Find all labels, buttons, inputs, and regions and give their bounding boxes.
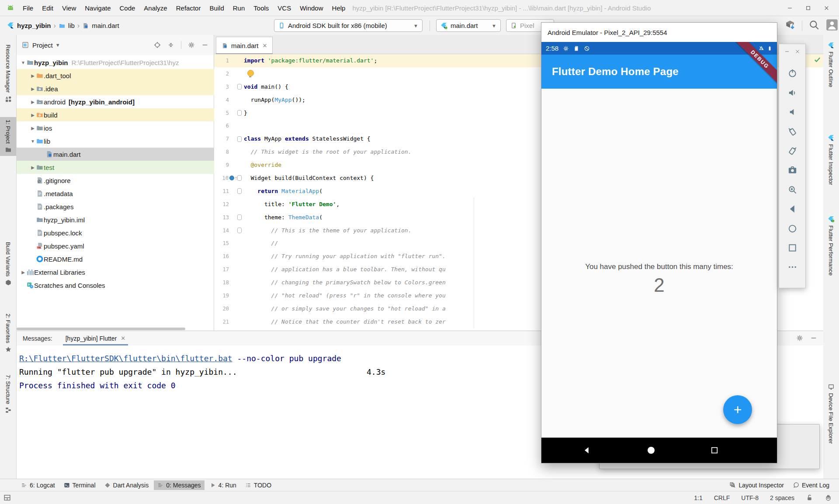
stripe-device-file-explorer[interactable]: Device File Explorer xyxy=(823,381,839,446)
breadcrumb-file[interactable]: main.dart xyxy=(92,22,119,29)
console-link[interactable]: R:\Flutter\FlutterSDK\flutter\bin\flutte… xyxy=(19,354,232,363)
close-tab-icon[interactable]: ✕ xyxy=(121,335,125,342)
gutter[interactable]: 1 xyxy=(214,54,244,67)
breadcrumb-dir[interactable]: lib xyxy=(68,22,75,29)
menu-help[interactable]: Help xyxy=(328,3,350,14)
gutter[interactable]: 17 xyxy=(214,263,244,276)
more-icon[interactable] xyxy=(787,262,797,272)
chevron-right-icon[interactable]: ▶ xyxy=(20,270,26,275)
run-config-dropdown[interactable]: main.dart ▼ xyxy=(436,19,501,32)
volume-up-icon[interactable] xyxy=(787,88,797,98)
stripe-resource-manager[interactable]: Resource Manager xyxy=(0,42,16,105)
minimize-icon[interactable] xyxy=(201,41,208,48)
status-item-2-spaces[interactable]: 2 spaces xyxy=(770,494,794,501)
menu-window[interactable]: Window xyxy=(295,3,327,14)
gutter[interactable]: 11 xyxy=(214,185,244,198)
fold-marker[interactable] xyxy=(237,175,242,181)
stripe-7-structure[interactable]: 7: Structure xyxy=(0,372,16,416)
camera-icon[interactable] xyxy=(787,165,797,175)
gutter[interactable]: 20 xyxy=(214,302,244,315)
stripe-2-favorites[interactable]: 2: Favorites xyxy=(0,311,16,356)
toolwindow-button-terminal[interactable]: Terminal xyxy=(60,480,99,490)
menu-file[interactable]: File xyxy=(18,3,38,14)
chevron-right-icon[interactable]: ▶ xyxy=(30,126,36,131)
tree-item-pubspec-lock[interactable]: pubspec.lock xyxy=(17,226,214,239)
menu-tools[interactable]: Tools xyxy=(249,3,273,14)
tree-item-external-libraries[interactable]: ▶External Libraries xyxy=(17,266,214,279)
chevron-right-icon[interactable]: ▶ xyxy=(30,100,36,104)
messages-flutter-tab[interactable]: [hyzp_yibin] Flutter ✕ xyxy=(63,331,128,345)
home-icon[interactable] xyxy=(787,224,797,234)
gutter[interactable]: 2 xyxy=(214,67,244,80)
sdk-download-button[interactable] xyxy=(784,19,796,32)
emulator-title-bar[interactable]: Android Emulator - Pixel_2_API_29:5554 xyxy=(541,23,777,42)
menu-vcs[interactable]: VCS xyxy=(273,3,295,14)
emulator-screen[interactable]: 2:58 Flutter Demo Home Page DEBUG You ha… xyxy=(541,42,777,463)
toolwindow-button-todo[interactable]: TODO xyxy=(242,480,275,490)
chevron-right-icon[interactable]: ▶ xyxy=(30,113,36,117)
rotate-right-icon[interactable] xyxy=(787,146,797,156)
chevron-down-icon[interactable]: ▼ xyxy=(20,60,26,65)
tree-item-lib[interactable]: ▼lib xyxy=(17,135,214,148)
toolwindow-button-layout-inspector[interactable]: Layout Inspector xyxy=(726,480,787,490)
tree-item--metadata[interactable]: .metadata xyxy=(17,187,214,200)
gutter[interactable]: 9 xyxy=(214,159,244,172)
minimize-icon[interactable] xyxy=(810,335,817,342)
tree-item-readme-md[interactable]: README.md xyxy=(17,252,214,266)
back-icon[interactable] xyxy=(787,204,797,214)
chevron-down-icon[interactable]: ▼ xyxy=(55,42,60,48)
toolwindow-button-0-messages[interactable]: 0: Messages xyxy=(154,480,204,490)
menu-view[interactable]: View xyxy=(58,3,80,14)
power-icon[interactable] xyxy=(787,68,797,78)
gutter[interactable]: 12 xyxy=(214,198,244,211)
gutter[interactable]: 4 xyxy=(214,93,244,107)
breadcrumb-project[interactable]: hyzp_yibin xyxy=(17,22,51,29)
fold-marker[interactable] xyxy=(237,136,242,142)
collapse-icon[interactable] xyxy=(167,41,174,48)
status-item-1-1[interactable]: 1:1 xyxy=(694,494,702,501)
menu-code[interactable]: Code xyxy=(115,3,139,14)
zoom-in-icon[interactable] xyxy=(787,185,797,195)
gutter[interactable]: 3 xyxy=(214,80,244,93)
fold-marker[interactable] xyxy=(237,228,242,233)
stripe-flutter-inspector[interactable]: Flutter Inspector xyxy=(823,132,839,188)
chevron-right-icon[interactable]: ▶ xyxy=(30,165,36,170)
tree-item-android[interactable]: ▶android[hyzp_yibin_android] xyxy=(17,95,214,108)
toolwindow-button-6-logcat[interactable]: 6: Logcat xyxy=(17,480,59,490)
tree-item--idea[interactable]: ▶.idea xyxy=(17,82,214,95)
fold-marker[interactable] xyxy=(237,84,242,90)
avatar-button[interactable] xyxy=(826,19,838,33)
toolwindow-button-4-run[interactable]: 4: Run xyxy=(206,480,240,490)
stripe-flutter-performance[interactable]: Flutter Performance xyxy=(823,213,839,278)
search-button[interactable] xyxy=(808,19,820,32)
editor-tab-main-dart[interactable]: main.dart ✕ xyxy=(216,37,273,54)
tree-item-build[interactable]: ▶build xyxy=(17,108,214,121)
override-marker-icon[interactable]: ↑ xyxy=(229,176,237,181)
device-selector-dropdown[interactable]: Android SDK built for x86 (mobile) ▼ xyxy=(274,19,423,32)
back-nav-icon[interactable] xyxy=(582,446,591,455)
rotate-left-icon[interactable] xyxy=(787,127,797,137)
minimize-icon[interactable] xyxy=(784,49,790,54)
menu-run[interactable]: Run xyxy=(229,3,250,14)
tree-item-pubspec-yaml[interactable]: YMLpubspec.yaml xyxy=(17,239,214,252)
fold-marker[interactable] xyxy=(237,188,242,194)
chevron-right-icon[interactable]: ▶ xyxy=(30,73,36,78)
fold-marker[interactable] xyxy=(237,214,242,220)
minimize-window-button[interactable] xyxy=(784,3,795,13)
stripe-flutter-outline[interactable]: Flutter Outline xyxy=(823,39,839,90)
tree-item-ios[interactable]: ▶ios xyxy=(17,121,214,135)
gear-icon[interactable] xyxy=(188,41,195,48)
overview-nav-icon[interactable] xyxy=(710,446,719,455)
gutter[interactable]: 13 xyxy=(214,211,244,224)
tree-item-main-dart[interactable]: main.dart xyxy=(17,148,214,161)
menu-build[interactable]: Build xyxy=(205,3,228,14)
tree-item-hyzp-yibin-iml[interactable]: hyzp_yibin.iml xyxy=(17,213,214,226)
home-nav-icon[interactable] xyxy=(646,445,656,456)
gutter[interactable]: 10↑ xyxy=(214,172,244,185)
fold-marker[interactable] xyxy=(237,110,242,116)
close-tab-icon[interactable]: ✕ xyxy=(263,42,267,49)
tree-item-test[interactable]: ▶test xyxy=(17,161,214,174)
gutter[interactable]: 6 xyxy=(214,119,244,132)
stripe-1-project[interactable]: 1: Project xyxy=(0,117,16,156)
gutter[interactable]: 19 xyxy=(214,289,244,302)
